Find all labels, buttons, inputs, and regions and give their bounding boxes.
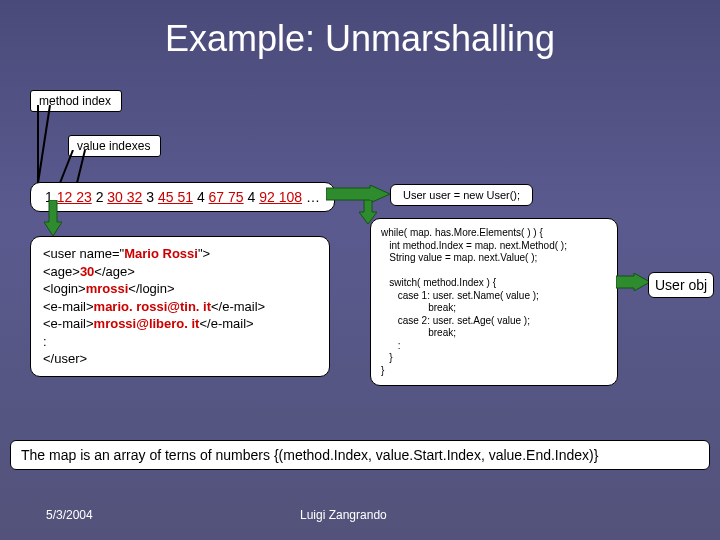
svg-line-1 (38, 105, 50, 183)
arrow-right-icon (616, 273, 650, 291)
code-box: while( map. has.More.Elements( ) ) { int… (370, 218, 618, 386)
svg-marker-7 (44, 200, 62, 236)
slide-author: Luigi Zangrando (300, 508, 387, 522)
callout-line-value (55, 150, 105, 185)
svg-line-2 (60, 150, 73, 183)
svg-marker-5 (616, 273, 650, 291)
slide-date: 5/3/2004 (46, 508, 93, 522)
svg-marker-6 (359, 200, 377, 224)
footnote: The map is an array of terns of numbers … (10, 440, 710, 470)
xml-box: <user name="Mario Rossi"> <age>30</age> … (30, 236, 330, 377)
user-new-box: User user = new User(); (390, 184, 533, 206)
page-title: Example: Unmarshalling (0, 0, 720, 60)
user-obj-label: User obj (648, 272, 714, 298)
svg-marker-4 (326, 185, 390, 203)
arrow-down-icon (359, 200, 377, 224)
svg-line-3 (77, 150, 85, 183)
arrow-right-icon (326, 185, 390, 203)
numbers-box: 1 12 23 2 30 32 3 45 51 4 67 75 4 92 108… (30, 182, 335, 212)
arrow-down-icon (44, 200, 62, 236)
